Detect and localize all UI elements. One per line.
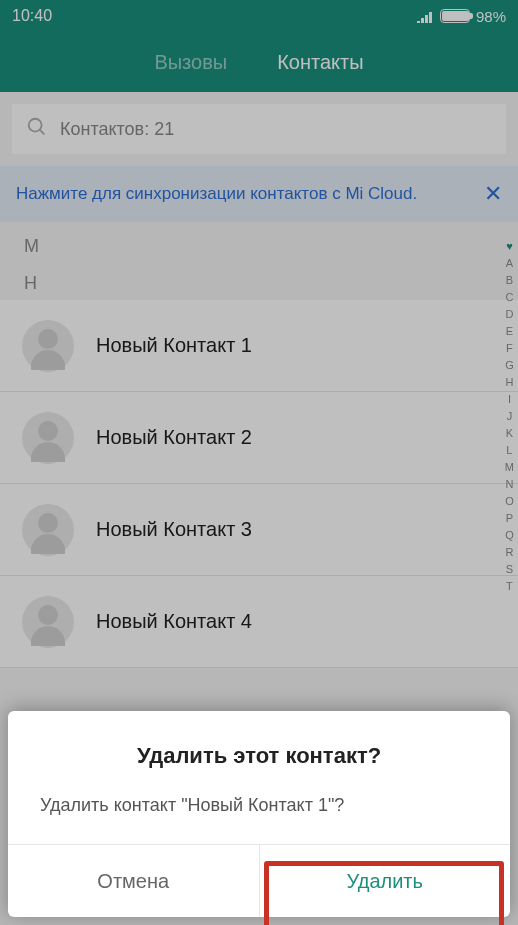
- az-letter[interactable]: I: [508, 393, 511, 405]
- az-letter[interactable]: S: [506, 563, 513, 575]
- tab-contacts[interactable]: Контакты: [277, 51, 363, 74]
- svg-line-1: [40, 130, 45, 135]
- az-letter[interactable]: M: [505, 461, 514, 473]
- az-letter[interactable]: H: [505, 376, 513, 388]
- az-letter[interactable]: R: [505, 546, 513, 558]
- az-index[interactable]: ♥ A B C D E F G H I J K L M N O P Q R S …: [505, 240, 514, 592]
- az-letter[interactable]: T: [506, 580, 513, 592]
- cancel-button[interactable]: Отмена: [8, 845, 260, 917]
- contact-row[interactable]: Новый Контакт 4: [0, 576, 518, 668]
- contact-name: Новый Контакт 1: [96, 334, 252, 357]
- az-letter[interactable]: K: [506, 427, 513, 439]
- section-header-h: Н: [0, 263, 518, 300]
- battery-icon: [440, 9, 470, 23]
- search-icon: [26, 116, 48, 142]
- search-field[interactable]: Контактов: 21: [12, 104, 506, 154]
- az-letter[interactable]: Q: [505, 529, 514, 541]
- az-letter[interactable]: C: [505, 291, 513, 303]
- az-letter[interactable]: D: [505, 308, 513, 320]
- status-time: 10:40: [12, 7, 52, 25]
- contact-row[interactable]: Новый Контакт 2: [0, 392, 518, 484]
- dialog-message: Удалить контакт "Новый Контакт 1"?: [32, 795, 486, 816]
- svg-point-0: [29, 119, 42, 132]
- az-letter[interactable]: A: [506, 257, 513, 269]
- az-letter[interactable]: O: [505, 495, 514, 507]
- status-bar: 10:40 98%: [0, 0, 518, 32]
- close-icon[interactable]: ✕: [484, 181, 502, 207]
- az-letter[interactable]: L: [506, 444, 512, 456]
- contact-name: Новый Контакт 3: [96, 518, 252, 541]
- sync-banner[interactable]: Нажмите для синхронизации контактов с Mi…: [0, 166, 518, 222]
- az-letter[interactable]: N: [505, 478, 513, 490]
- delete-button[interactable]: Удалить: [260, 845, 511, 917]
- az-letter[interactable]: P: [506, 512, 513, 524]
- section-header-m: M: [0, 226, 518, 263]
- az-letter[interactable]: E: [506, 325, 513, 337]
- az-letter[interactable]: G: [505, 359, 514, 371]
- contact-row[interactable]: Новый Контакт 3: [0, 484, 518, 576]
- battery-percent: 98%: [476, 8, 506, 25]
- contact-name: Новый Контакт 4: [96, 610, 252, 633]
- signal-icon: [416, 9, 434, 23]
- az-letter[interactable]: J: [507, 410, 513, 422]
- tab-calls[interactable]: Вызовы: [154, 51, 227, 74]
- search-placeholder: Контактов: 21: [60, 119, 174, 140]
- avatar: [22, 412, 74, 464]
- tab-bar: Вызовы Контакты: [0, 32, 518, 92]
- contact-name: Новый Контакт 2: [96, 426, 252, 449]
- sync-banner-text: Нажмите для синхронизации контактов с Mi…: [16, 184, 484, 204]
- avatar: [22, 504, 74, 556]
- contact-row[interactable]: Новый Контакт 1: [0, 300, 518, 392]
- heart-icon[interactable]: ♥: [506, 240, 513, 252]
- avatar: [22, 596, 74, 648]
- avatar: [22, 320, 74, 372]
- delete-contact-dialog: Удалить этот контакт? Удалить контакт "Н…: [8, 711, 510, 917]
- az-letter[interactable]: B: [506, 274, 513, 286]
- az-letter[interactable]: F: [506, 342, 513, 354]
- dialog-title: Удалить этот контакт?: [32, 743, 486, 769]
